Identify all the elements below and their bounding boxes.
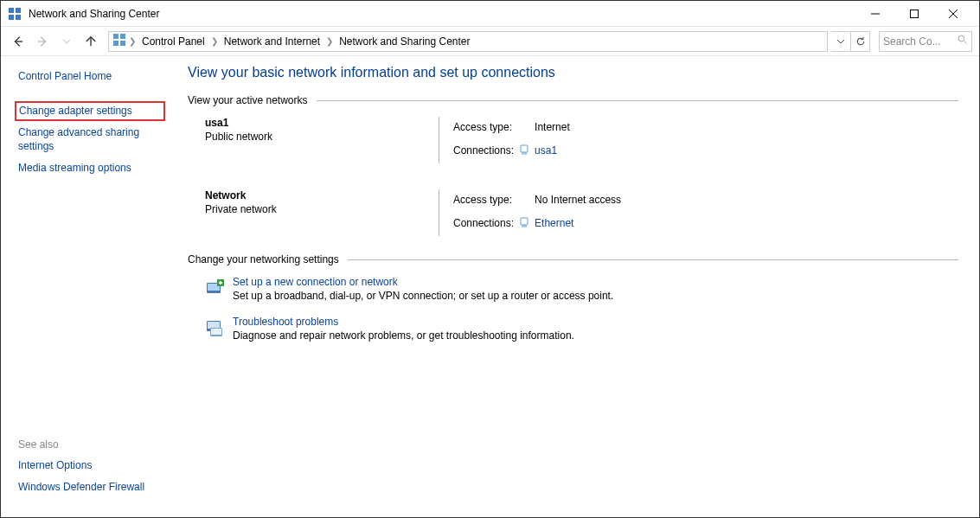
svg-rect-12 bbox=[120, 34, 125, 39]
section-change-settings: Change your networking settings bbox=[188, 253, 958, 265]
app-icon bbox=[8, 7, 22, 21]
svg-rect-17 bbox=[521, 145, 528, 152]
action-title: Troubleshoot problems bbox=[233, 316, 574, 328]
ethernet-icon bbox=[519, 138, 535, 163]
svg-rect-31 bbox=[208, 322, 220, 329]
breadcrumb-item[interactable]: Network and Internet bbox=[221, 32, 323, 51]
chevron-right-icon[interactable]: ❯ bbox=[211, 36, 218, 46]
history-dropdown[interactable] bbox=[56, 31, 77, 52]
section-label: View your active networks bbox=[188, 94, 308, 106]
network-item: Network Private network Access type: No … bbox=[205, 189, 958, 236]
address-dropdown[interactable] bbox=[831, 32, 850, 51]
chevron-right-icon[interactable]: ❯ bbox=[326, 36, 333, 46]
svg-rect-5 bbox=[910, 10, 918, 17]
refresh-button[interactable] bbox=[850, 32, 869, 51]
svg-point-15 bbox=[958, 35, 964, 42]
network-type: Private network bbox=[205, 203, 439, 215]
up-button[interactable] bbox=[80, 31, 101, 52]
page-title: View your basic network information and … bbox=[188, 65, 958, 80]
sidebar-link-label: Change adapter settings bbox=[19, 105, 132, 117]
troubleshoot-action[interactable]: Troubleshoot problems Diagnose and repai… bbox=[205, 316, 958, 342]
svg-rect-21 bbox=[521, 218, 528, 225]
minimize-button[interactable] bbox=[855, 2, 894, 26]
svg-rect-3 bbox=[16, 15, 21, 20]
sidebar: Control Panel Home Change adapter settin… bbox=[1, 56, 174, 517]
svg-rect-13 bbox=[113, 41, 118, 46]
svg-rect-11 bbox=[113, 34, 118, 39]
control-panel-home-link[interactable]: Control Panel Home bbox=[18, 70, 165, 84]
media-streaming-link[interactable]: Media streaming options bbox=[18, 162, 165, 176]
ethernet-icon bbox=[519, 211, 535, 236]
breadcrumb-item[interactable]: Network and Sharing Center bbox=[336, 32, 473, 51]
maximize-button[interactable] bbox=[894, 2, 933, 26]
network-name: usa1 bbox=[205, 117, 439, 129]
windows-defender-firewall-link[interactable]: Windows Defender Firewall bbox=[18, 481, 144, 495]
connections-label: Connections: bbox=[453, 138, 519, 163]
main-content: View your basic network information and … bbox=[174, 56, 979, 517]
connection-link[interactable]: usa1 bbox=[535, 138, 575, 163]
svg-rect-2 bbox=[9, 15, 14, 20]
chevron-right-icon[interactable]: ❯ bbox=[129, 36, 136, 46]
address-bar: ❯ Control Panel ❯ Network and Internet ❯… bbox=[1, 27, 979, 56]
see-also-label: See also bbox=[18, 438, 144, 451]
access-type-label: Access type: bbox=[453, 189, 519, 211]
network-type: Public network bbox=[205, 131, 439, 143]
close-button[interactable] bbox=[933, 2, 972, 26]
access-type-value: Internet bbox=[535, 117, 575, 138]
svg-rect-14 bbox=[120, 41, 125, 46]
connection-link[interactable]: Ethernet bbox=[535, 211, 626, 236]
change-advanced-sharing-link[interactable]: Change advanced sharing settings bbox=[18, 126, 165, 153]
location-icon bbox=[112, 33, 126, 49]
svg-rect-1 bbox=[16, 8, 21, 13]
divider bbox=[348, 259, 958, 260]
divider bbox=[317, 100, 958, 101]
svg-rect-33 bbox=[211, 329, 221, 335]
divider bbox=[439, 117, 439, 163]
network-item: usa1 Public network Access type: Interne… bbox=[205, 117, 958, 163]
internet-options-link[interactable]: Internet Options bbox=[18, 459, 144, 473]
section-label: Change your networking settings bbox=[188, 253, 339, 265]
setup-connection-action[interactable]: Set up a new connection or network Set u… bbox=[205, 276, 958, 302]
action-title: Set up a new connection or network bbox=[233, 276, 613, 288]
section-active-networks: View your active networks bbox=[188, 94, 958, 106]
network-name: Network bbox=[205, 189, 439, 201]
setup-connection-icon bbox=[205, 278, 226, 298]
action-description: Set up a broadband, dial-up, or VPN conn… bbox=[233, 290, 613, 302]
forward-button[interactable] bbox=[32, 31, 53, 52]
window-title: Network and Sharing Center bbox=[29, 8, 855, 20]
svg-line-16 bbox=[964, 42, 967, 44]
search-input[interactable]: Search Co... bbox=[879, 31, 972, 52]
action-description: Diagnose and repair network problems, or… bbox=[233, 329, 574, 342]
connections-label: Connections: bbox=[453, 211, 519, 236]
access-type-value: No Internet access bbox=[535, 189, 626, 211]
breadcrumb[interactable]: ❯ Control Panel ❯ Network and Internet ❯… bbox=[108, 31, 828, 52]
svg-rect-0 bbox=[9, 8, 14, 13]
change-adapter-settings-link[interactable]: Change adapter settings bbox=[15, 101, 165, 122]
title-bar: Network and Sharing Center bbox=[1, 1, 979, 27]
search-placeholder: Search Co... bbox=[883, 35, 941, 48]
search-icon bbox=[958, 35, 968, 48]
back-button[interactable] bbox=[8, 31, 29, 52]
divider bbox=[439, 189, 439, 236]
breadcrumb-item[interactable]: Control Panel bbox=[138, 32, 208, 51]
troubleshoot-icon bbox=[205, 317, 226, 338]
access-type-label: Access type: bbox=[453, 117, 519, 138]
